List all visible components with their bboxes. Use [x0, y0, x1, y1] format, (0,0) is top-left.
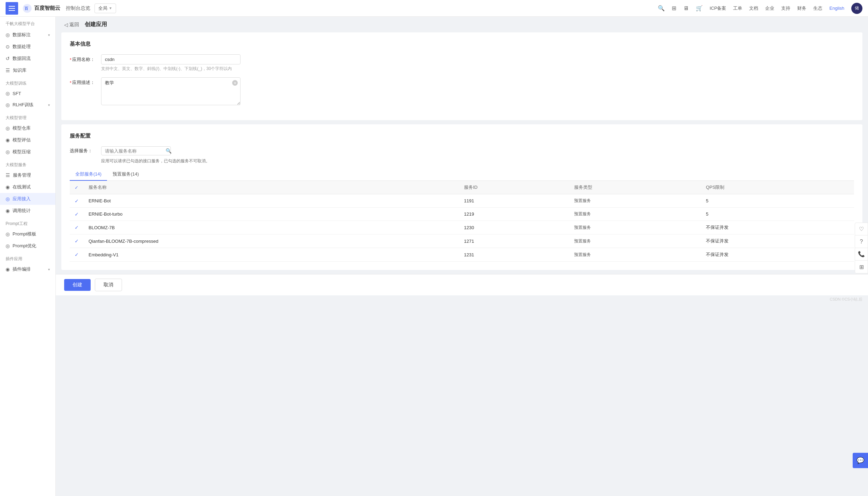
chevron-down-icon: ▾: [48, 268, 50, 271]
service-id-bloomz-7b: 1230: [459, 221, 569, 234]
sidebar-item-label: 在线测试: [13, 184, 31, 190]
create-button[interactable]: 创建: [64, 279, 91, 291]
app-desc-field: 教学 ✕: [101, 77, 241, 106]
sidebar-item-label: Prompt模板: [13, 231, 36, 237]
support-link[interactable]: 支持: [781, 5, 790, 11]
data-backflow-icon: ↺: [6, 56, 10, 61]
call-stats-icon: ◉: [6, 208, 10, 214]
sidebar-item-sft[interactable]: ◎ SFT: [0, 88, 55, 99]
row-checkbox-qianfan-bloomz[interactable]: ✓: [70, 234, 84, 248]
sidebar-item-rlhf[interactable]: ◎ RLHF训练 ▾: [0, 99, 55, 111]
sidebar-item-service-mgmt[interactable]: ☰ 服务管理: [0, 169, 55, 181]
sidebar-item-model-compress[interactable]: ◎ 模型压缩: [0, 146, 55, 158]
sidebar-item-data-processing[interactable]: ⊙ 数据处理: [0, 41, 55, 53]
phone-button[interactable]: 📞: [855, 248, 868, 261]
col-service-id: 服务ID: [459, 181, 569, 194]
required-star-desc: *: [70, 80, 71, 85]
qps-bloomz-7b: 不保证并发: [701, 221, 854, 234]
section-title-model-training: 大模型训练: [0, 76, 55, 88]
sidebar-item-data-backflow[interactable]: ↺ 数据回流: [0, 53, 55, 64]
model-eval-icon: ◉: [6, 137, 10, 143]
sidebar-item-label: 插件编排: [13, 266, 31, 272]
sidebar-item-label: 调用统计: [13, 208, 31, 214]
sidebar-item-prompt-template[interactable]: ◎ Prompt模板: [0, 228, 55, 240]
required-star: *: [70, 57, 71, 62]
finance-link[interactable]: 财务: [797, 5, 806, 11]
app-name-input[interactable]: [101, 54, 241, 64]
sidebar-item-data-annotation[interactable]: ◎ 数据标注 ▾: [0, 29, 55, 41]
sidebar-item-model-eval[interactable]: ◉ 模型评估: [0, 134, 55, 146]
row-checkbox-embedding-v1[interactable]: ✓: [70, 248, 84, 262]
back-label: 返回: [69, 22, 79, 28]
grid-button[interactable]: ⊞: [672, 5, 676, 11]
sidebar-item-model-repo[interactable]: ◎ 模型仓库: [0, 122, 55, 134]
platform-title: 千帆大模型平台: [0, 17, 55, 29]
service-select-row: 选择服务： 🔍: [70, 146, 854, 155]
scope-selector[interactable]: 全局 ▼: [94, 3, 116, 13]
monitor-button[interactable]: 🖥: [683, 5, 689, 11]
table-row: ✓ ERNIE-Bot 1191 预置服务 5: [70, 194, 854, 208]
app-name-hint: 支持中文、英文、数字、斜线(/)、中划线(-)、下划线(_)，30个字符以内: [101, 66, 241, 72]
service-type-bloomz-7b: 预置服务: [569, 221, 701, 234]
sidebar-item-label: 服务管理: [13, 172, 31, 178]
app-desc-textarea[interactable]: 教学: [101, 77, 241, 105]
qps-ernie-bot-turbo: 5: [701, 208, 854, 221]
sidebar-item-plugin-orchestrate[interactable]: ◉ 插件编排 ▾: [0, 263, 55, 275]
row-checkbox-ernie-bot[interactable]: ✓: [70, 194, 84, 208]
sidebar-item-label: RLHF训练: [13, 102, 33, 108]
service-name-ernie-bot: ERNIE-Bot: [84, 194, 459, 208]
language-switch[interactable]: English: [829, 6, 844, 11]
user-avatar[interactable]: 储: [851, 3, 862, 14]
cancel-button[interactable]: 取消: [95, 279, 122, 291]
service-name-bloomz-7b: BLOOMZ-7B: [84, 221, 459, 234]
scope-label: 全局: [98, 5, 107, 11]
favorite-button[interactable]: ♡: [855, 223, 868, 235]
textarea-clear-button[interactable]: ✕: [232, 80, 238, 86]
chat-float-button[interactable]: 💬: [853, 453, 868, 468]
service-type-embedding-v1: 预置服务: [569, 248, 701, 262]
service-type-ernie-bot-turbo: 预置服务: [569, 208, 701, 221]
sidebar-item-app-access[interactable]: ◎ 应用接入: [0, 193, 55, 205]
header-checkbox[interactable]: ✓: [75, 185, 78, 190]
back-link[interactable]: ◁ 返回: [64, 22, 79, 28]
model-repo-icon: ◎: [6, 125, 10, 131]
enterprise-link[interactable]: 企业: [765, 5, 774, 11]
search-button[interactable]: 🔍: [658, 5, 665, 11]
icp-link[interactable]: ICP备案: [710, 5, 726, 11]
sidebar-item-label: 应用接入: [13, 196, 31, 202]
sidebar-item-knowledge-base[interactable]: ☰ 知识库: [0, 64, 55, 76]
service-search-input[interactable]: [105, 148, 163, 154]
service-id-qianfan-bloomz: 1271: [459, 234, 569, 248]
section-title-plugin: 插件应用: [0, 252, 55, 263]
ecosystem-link[interactable]: 生态: [813, 5, 822, 11]
row-checkbox-bloomz-7b[interactable]: ✓: [70, 221, 84, 234]
workorder-link[interactable]: 工单: [733, 5, 742, 11]
data-processing-icon: ⊙: [6, 44, 10, 49]
service-config-section: 服务配置 选择服务： 🔍 应用可以请求已勾选的接口服务，已勾选的服务不可取消。 …: [61, 124, 862, 270]
service-search-wrap: 🔍: [101, 146, 171, 155]
service-name-qianfan-bloomz: Qianfan-BLOOMZ-7B-compressed: [84, 234, 459, 248]
sidebar-item-label: 模型压缩: [13, 149, 31, 155]
service-type-qianfan-bloomz: 预置服务: [569, 234, 701, 248]
sidebar-item-online-test[interactable]: ◉ 在线测试: [0, 181, 55, 193]
top-nav-right: 🔍 ⊞ 🖥 🛒 ICP备案 工单 文档 企业 支持 财务 生态 English …: [658, 3, 862, 14]
tab-all-services[interactable]: 全部服务(14): [70, 168, 107, 181]
page-footer: CSDN ©CS小站.后: [56, 295, 868, 303]
hamburger-button[interactable]: [6, 2, 18, 15]
cart-button[interactable]: 🛒: [696, 5, 703, 11]
row-checkbox-ernie-bot-turbo[interactable]: ✓: [70, 208, 84, 221]
app-desc-row: * 应用描述： 教学 ✕: [70, 77, 854, 106]
grid-float-button[interactable]: ⊞: [855, 261, 868, 273]
page-header: ◁ 返回 创建应用: [56, 17, 868, 32]
docs-link[interactable]: 文档: [749, 5, 758, 11]
control-panel-link[interactable]: 控制台总览: [66, 5, 90, 11]
sidebar-item-label: Prompt优化: [13, 243, 36, 249]
search-icon: 🔍: [166, 148, 172, 154]
sidebar-item-call-stats[interactable]: ◉ 调用统计: [0, 205, 55, 217]
rlhf-icon: ◎: [6, 102, 10, 108]
sidebar-item-prompt-optimize[interactable]: ◎ Prompt优化: [0, 240, 55, 252]
tab-preset-services[interactable]: 预置服务(14): [107, 168, 144, 181]
service-id-ernie-bot-turbo: 1219: [459, 208, 569, 221]
table-row: ✓ ERNIE-Bot-turbo 1219 预置服务 5: [70, 208, 854, 221]
help-button[interactable]: ?: [855, 235, 868, 248]
